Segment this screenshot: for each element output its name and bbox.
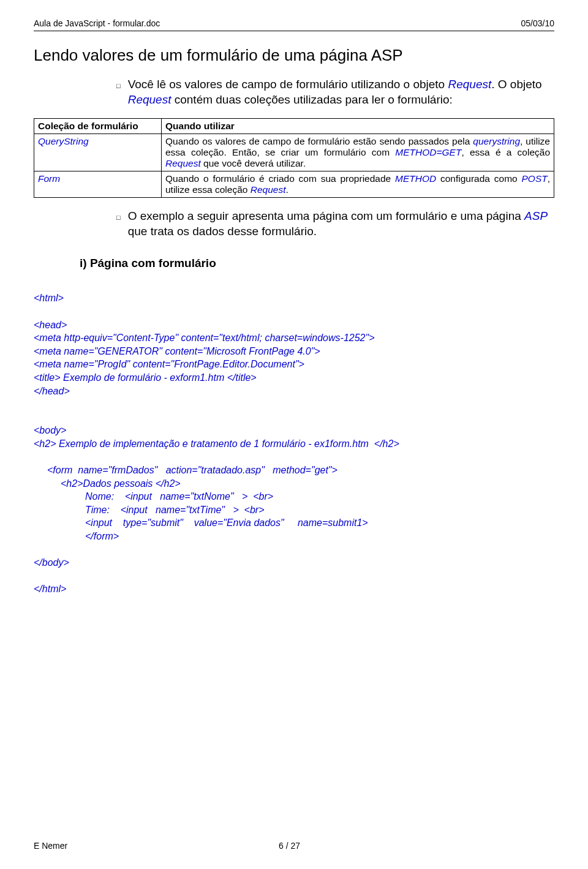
- text: contém duas coleções utilizadas para ler…: [171, 93, 452, 106]
- header-left: Aula de JavaScript - formular.doc: [34, 18, 160, 28]
- text: que trata os dados desse formulário.: [128, 225, 317, 238]
- header-right: 05/03/10: [521, 18, 555, 28]
- table-header: Coleção de formulário: [34, 119, 162, 134]
- footer-center: 6 / 27: [279, 841, 300, 851]
- term-request: Request: [128, 93, 172, 106]
- text: Você lê os valores de campo de formulári…: [128, 78, 448, 91]
- code-line: <input type="submit" value="Envia dados"…: [34, 516, 554, 530]
- code-line: </body>: [34, 557, 69, 568]
- page: Aula de JavaScript - formular.doc 05/03/…: [0, 0, 588, 869]
- code-line: <meta http-equiv="Content-Type" content=…: [34, 333, 375, 343]
- code-line: Time: <input name="txtTime" > <br>: [34, 503, 554, 517]
- page-footer: E Nemer 6 / 27: [34, 841, 554, 851]
- code-line: <title> Exemplo de formulário - exform1.…: [34, 372, 257, 383]
- bullet-icon: □: [116, 81, 121, 90]
- term: querystring: [473, 136, 520, 146]
- text: O exemplo a seguir apresenta uma página …: [128, 209, 524, 222]
- page-header: Aula de JavaScript - formular.doc 05/03/…: [34, 18, 554, 28]
- term: METHOD: [395, 173, 436, 184]
- text: , essa é a coleção: [461, 147, 550, 157]
- header-rule: [34, 31, 554, 31]
- table-row: Form Quando o formulário é criado com su…: [34, 171, 554, 198]
- term: Request: [251, 184, 286, 195]
- bullet-icon: □: [116, 213, 121, 222]
- code-line: </head>: [34, 386, 70, 396]
- code-line: <h2> Exemplo de implementação e tratamen…: [34, 438, 399, 449]
- intro-text: Você lê os valores de campo de formulári…: [128, 77, 554, 107]
- text: .: [285, 184, 288, 195]
- example-bullet: □ O exemplo a seguir apresenta uma págin…: [116, 209, 554, 239]
- term: Request: [165, 158, 201, 168]
- text: configurada como: [436, 173, 521, 184]
- footer-spacer: [511, 841, 554, 851]
- footer-left: E Nemer: [34, 841, 67, 851]
- cell-querystring: QueryString: [34, 134, 162, 171]
- subsection-i: i) Página com formulário: [80, 257, 554, 270]
- table-header: Quando utilizar: [162, 119, 554, 134]
- cell-desc: Quando os valores de campo de formulário…: [162, 134, 554, 171]
- code-line: <meta name="ProgId" content="FrontPage.E…: [34, 359, 304, 369]
- cell-desc: Quando o formulário é criado com sua pro…: [162, 171, 554, 198]
- cell-form: Form: [34, 171, 162, 198]
- code-line: <h2>Dados pessoais </h2>: [34, 477, 554, 491]
- code-line: <meta name="GENERATOR" content="Microsof…: [34, 346, 320, 356]
- collections-table: Coleção de formulário Quando utilizar Qu…: [34, 118, 554, 198]
- text: . O objeto: [491, 78, 541, 91]
- code-line: </form>: [34, 530, 554, 543]
- text: Quando os valores de campo de formulário…: [165, 136, 473, 146]
- code-html-block: <html> <head> <meta http-equiv="Content-…: [34, 279, 554, 609]
- code-line: <body>: [34, 425, 66, 435]
- term-request: Request: [448, 78, 491, 91]
- term: METHOD=GET: [395, 147, 461, 157]
- text: Quando o formulário é criado com sua pro…: [165, 173, 395, 184]
- code-line: Nome: <input name="txtNome" > <br>: [34, 490, 554, 503]
- code-line: </html>: [34, 584, 66, 594]
- table-row: QueryString Quando os valores de campo d…: [34, 134, 554, 171]
- term-asp: ASP: [524, 209, 548, 222]
- code-line: <html>: [34, 293, 64, 303]
- code-line: <form name="frmDados" action="tratadado.…: [34, 464, 554, 477]
- text: que você deverá utilizar.: [201, 158, 306, 168]
- term: POST: [521, 173, 547, 184]
- code-line: <head>: [34, 320, 67, 330]
- intro-bullet: □ Você lê os valores de campo de formulá…: [116, 77, 554, 107]
- example-text: O exemplo a seguir apresenta uma página …: [128, 209, 554, 239]
- page-title: Lendo valores de um formulário de uma pá…: [34, 46, 554, 65]
